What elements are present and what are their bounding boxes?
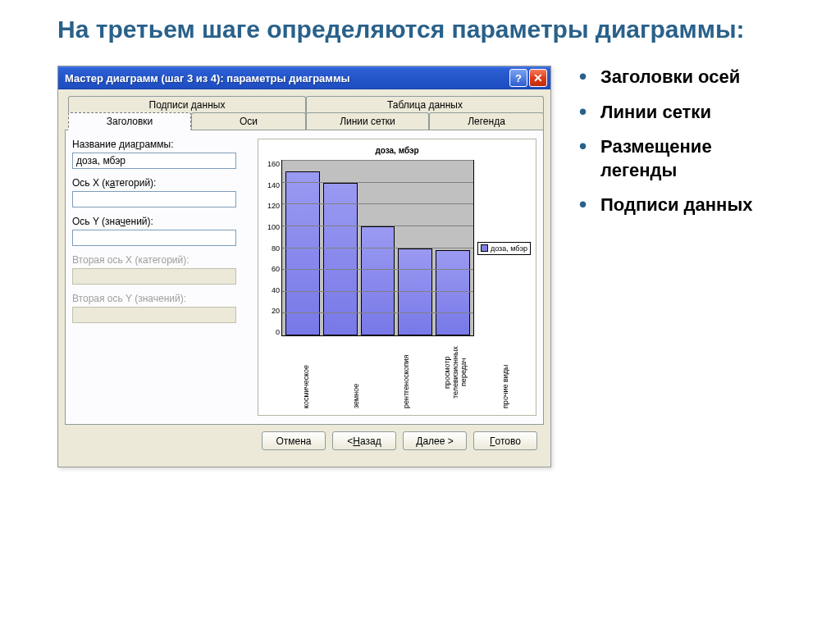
bullet-item: Подписи данных [579,194,783,217]
chart-title-input[interactable] [72,153,236,169]
chart-preview: доза, мбэр 160140120100806040200 доза, м [258,139,536,416]
bullet-item: Заголовки осей [579,66,783,89]
x-tick-label: просмотр телевизионных передач [431,336,481,410]
axis-x-input[interactable] [72,191,236,207]
y-axis: 160140120100806040200 [263,160,281,336]
preview-title: доза, мбэр [263,146,531,155]
x-tick-label: космическое [281,336,331,410]
axis-x2-input [72,268,236,285]
bar [361,226,395,335]
question-icon: ? [515,72,522,84]
axis-x2-label: Вторая ось X (категорий): [72,254,253,266]
cancel-button[interactable]: Отмена [262,431,326,450]
tab-axes[interactable]: Оси [191,112,306,130]
close-icon: ✕ [533,71,543,84]
bar [285,171,320,335]
chart-wizard-dialog: Мастер диаграмм (шаг 3 из 4): параметры … [57,66,551,467]
finish-button[interactable]: Готово [473,431,537,450]
help-button[interactable]: ? [509,69,527,87]
close-button[interactable]: ✕ [529,69,547,87]
bullet-item: Линии сетки [579,101,783,125]
back-button[interactable]: < Назад [332,431,396,450]
axis-y2-input [72,307,236,323]
titlebar-caption: Мастер диаграмм (шаг 3 из 4): параметры … [65,72,508,84]
axis-y2-label: Вторая ось Y (значений): [72,293,253,304]
bar [398,248,432,336]
tab-legend[interactable]: Легенда [429,112,544,130]
axis-y-label: Ось Y (значений): [72,216,253,227]
tab-titles[interactable]: Заголовки [68,112,191,130]
bars [282,161,473,335]
chart-title-label: Название диаграммы: [72,139,253,150]
slide-title: На третьем шаге определяются параметры д… [57,15,783,44]
legend-color-icon [481,244,488,252]
x-tick-label: рентгеноскопия [381,336,431,410]
next-button[interactable]: Далее > [403,431,467,450]
tab-data-table[interactable]: Таблица данных [306,96,544,113]
axis-y-input[interactable] [72,230,236,246]
bullet-item: Размещение легенды [579,135,783,182]
x-tick-label: прочие виды [481,336,531,410]
x-axis-labels: космическоеземноерентгеноскопияпросмотр … [263,336,531,410]
tab-gridlines[interactable]: Линии сетки [306,112,429,130]
tab-data-labels[interactable]: Подписи данных [68,96,306,113]
axis-x-label: Ось X (категорий): [72,177,253,189]
bar [436,250,470,335]
legend: доза, мбэр [477,242,531,255]
plot-area [281,160,474,336]
x-tick-label: земное [331,336,381,410]
legend-label: доза, мбэр [491,244,527,253]
titlebar: Мастер диаграмм (шаг 3 из 4): параметры … [58,66,550,89]
title-form: Название диаграммы: Ось X (категорий): О… [72,139,253,416]
bullet-list: Заголовки осейЛинии сеткиРазмещение леге… [576,66,783,229]
